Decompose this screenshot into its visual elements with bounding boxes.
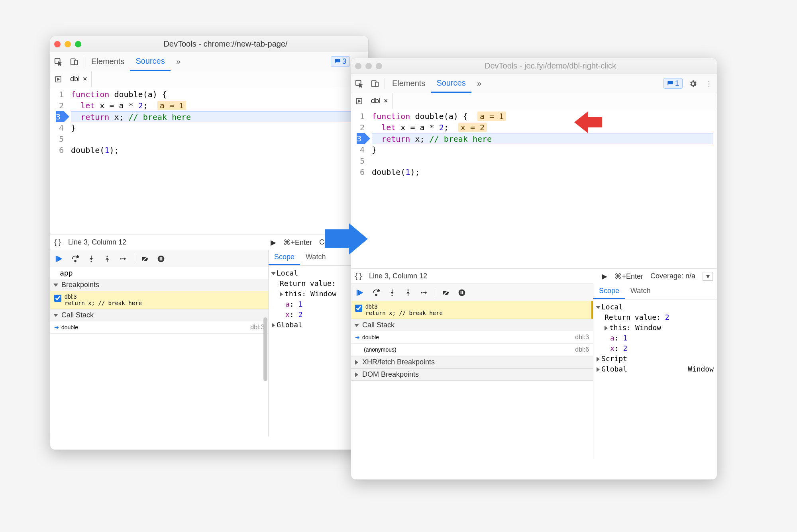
line-gutter: 1 2 3 4 5 6 bbox=[50, 87, 67, 235]
svg-rect-20 bbox=[372, 80, 376, 86]
navigator-toggle-icon[interactable] bbox=[351, 93, 367, 109]
pause-exceptions-button[interactable] bbox=[154, 252, 168, 266]
step-out-button[interactable] bbox=[401, 286, 415, 299]
sidebar-toggle-icon[interactable]: ▾ bbox=[703, 272, 713, 281]
step-over-button[interactable] bbox=[69, 252, 82, 266]
more-tabs-icon[interactable]: » bbox=[171, 54, 186, 70]
format-icon[interactable]: { } bbox=[54, 238, 61, 246]
svg-point-32 bbox=[421, 292, 422, 293]
settings-icon[interactable] bbox=[685, 76, 701, 92]
file-tab-dbl[interactable]: dbl × bbox=[367, 93, 393, 109]
code-editor[interactable]: 1 2 3 4 5 6 function double(a) { a = 1 l… bbox=[351, 109, 717, 268]
close-tab-icon[interactable]: × bbox=[384, 97, 388, 105]
code-editor[interactable]: 1 2 3 4 5 6 function double(a) { let x =… bbox=[50, 87, 368, 235]
step-over-button[interactable] bbox=[369, 286, 383, 299]
issues-badge[interactable]: 3 bbox=[331, 56, 350, 67]
svg-line-15 bbox=[142, 255, 149, 262]
list-item[interactable]: app bbox=[50, 267, 268, 279]
run-icon[interactable]: ▶ bbox=[271, 238, 276, 247]
code-body[interactable]: function double(a) { a = 1 let x = a * 2… bbox=[368, 109, 717, 268]
svg-marker-4 bbox=[57, 78, 59, 80]
breakpoint-checkbox[interactable] bbox=[54, 295, 61, 302]
svg-marker-11 bbox=[106, 257, 109, 259]
step-button[interactable] bbox=[116, 252, 130, 266]
breakpoint-checkbox[interactable] bbox=[355, 305, 362, 312]
step-into-button[interactable] bbox=[385, 286, 399, 299]
traffic-lights bbox=[54, 41, 81, 47]
window-title: DevTools - chrome://new-tab-page/ bbox=[87, 39, 364, 49]
breakpoint-marker[interactable]: 3 bbox=[357, 133, 365, 144]
callstack-header[interactable]: Call Stack bbox=[50, 309, 268, 321]
callstack-header[interactable]: Call Stack bbox=[351, 319, 593, 331]
svg-rect-36 bbox=[461, 291, 462, 294]
close-icon[interactable] bbox=[54, 41, 61, 47]
deactivate-breakpoints-button[interactable] bbox=[439, 286, 453, 299]
step-button[interactable] bbox=[417, 286, 431, 299]
svg-marker-7 bbox=[77, 255, 79, 258]
svg-point-27 bbox=[375, 294, 377, 295]
format-icon[interactable]: { } bbox=[355, 272, 362, 280]
callstack-row[interactable]: ➔double dbl:3 bbox=[50, 321, 268, 334]
svg-rect-19 bbox=[356, 80, 361, 85]
shortcut-hint: ⌘+Enter bbox=[614, 272, 643, 281]
window-title: DevTools - jec.fyi/demo/dbl-right-click bbox=[388, 61, 713, 70]
svg-rect-25 bbox=[357, 289, 358, 295]
svg-marker-26 bbox=[378, 289, 380, 291]
tab-watch[interactable]: Watch bbox=[300, 250, 331, 265]
close-tab-icon[interactable]: × bbox=[83, 75, 87, 83]
tab-scope[interactable]: Scope bbox=[269, 250, 300, 265]
kebab-menu-icon[interactable]: ⋮ bbox=[701, 76, 717, 92]
close-icon[interactable] bbox=[355, 63, 361, 69]
step-out-button[interactable] bbox=[100, 252, 114, 266]
cursor-pos: Line 3, Column 12 bbox=[68, 238, 126, 246]
scope-body: Local Return value: 2 this: Window a: 1 … bbox=[593, 299, 717, 377]
maximize-icon[interactable] bbox=[376, 63, 382, 69]
issues-count: 1 bbox=[675, 79, 679, 88]
navigator-toggle-icon[interactable] bbox=[50, 71, 66, 87]
dom-breakpoints-header[interactable]: DOM Breakpoints bbox=[351, 368, 593, 381]
tab-sources[interactable]: Sources bbox=[431, 74, 471, 93]
device-toggle-icon[interactable] bbox=[66, 54, 82, 70]
breakpoint-row[interactable]: dbl:3 return x; // break here bbox=[50, 291, 268, 309]
maximize-icon[interactable] bbox=[75, 41, 81, 47]
run-icon[interactable]: ▶ bbox=[602, 272, 607, 281]
svg-point-16 bbox=[158, 255, 165, 262]
xhr-breakpoints-header[interactable]: XHR/fetch Breakpoints bbox=[351, 356, 593, 368]
breakpoints-header[interactable]: Breakpoints bbox=[50, 279, 268, 291]
svg-rect-22 bbox=[356, 98, 362, 104]
minimize-icon[interactable] bbox=[65, 41, 71, 47]
inspect-icon[interactable] bbox=[351, 76, 367, 92]
issues-badge[interactable]: 1 bbox=[664, 78, 683, 89]
breakpoint-file: dbl:3 bbox=[65, 293, 142, 300]
svg-rect-17 bbox=[160, 257, 161, 260]
tab-scope[interactable]: Scope bbox=[593, 284, 625, 299]
tab-watch[interactable]: Watch bbox=[625, 284, 656, 299]
pause-exceptions-button[interactable] bbox=[455, 286, 469, 299]
deactivate-breakpoints-button[interactable] bbox=[138, 252, 152, 266]
step-into-button[interactable] bbox=[84, 252, 98, 266]
tab-elements[interactable]: Elements bbox=[387, 74, 431, 93]
callstack-row[interactable]: (anonymous) dbl:6 bbox=[351, 344, 593, 356]
svg-point-29 bbox=[391, 295, 393, 296]
file-tab-dbl[interactable]: dbl × bbox=[66, 71, 92, 87]
device-toggle-icon[interactable] bbox=[367, 76, 383, 92]
resume-button[interactable] bbox=[53, 252, 66, 266]
svg-rect-1 bbox=[71, 59, 75, 65]
titlebar[interactable]: DevTools - chrome://new-tab-page/ bbox=[50, 36, 368, 52]
tab-sources[interactable]: Sources bbox=[130, 52, 170, 71]
svg-rect-21 bbox=[375, 82, 378, 86]
tab-elements[interactable]: Elements bbox=[86, 52, 130, 71]
svg-rect-0 bbox=[55, 58, 60, 63]
minimize-icon[interactable] bbox=[365, 63, 372, 69]
breakpoint-text: return x; // break here bbox=[65, 300, 142, 306]
inspect-icon[interactable] bbox=[50, 54, 66, 70]
scrollbar[interactable] bbox=[263, 317, 267, 381]
breakpoint-row[interactable]: dbl:3 return x; // break here bbox=[351, 301, 593, 319]
more-tabs-icon[interactable]: » bbox=[471, 76, 487, 92]
svg-rect-18 bbox=[161, 257, 163, 260]
resume-button[interactable] bbox=[353, 286, 367, 299]
breakpoint-marker[interactable]: 3 bbox=[56, 111, 64, 122]
code-body[interactable]: function double(a) { let x = a * 2; a = … bbox=[67, 87, 368, 235]
callstack-row[interactable]: ➔double dbl:3 bbox=[351, 331, 593, 344]
titlebar[interactable]: DevTools - jec.fyi/demo/dbl-right-click bbox=[351, 58, 717, 74]
